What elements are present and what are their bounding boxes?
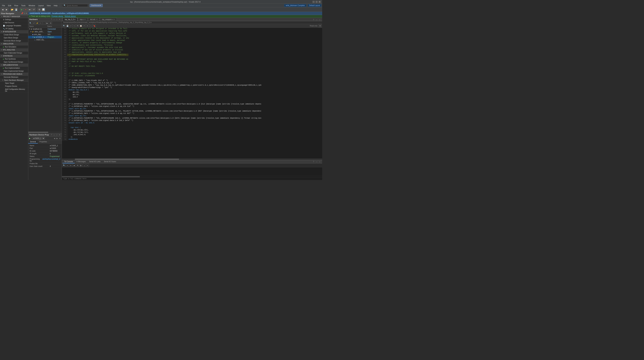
- editor-settings-btn[interactable]: ⚙: [318, 24, 322, 27]
- editor-goto-btn[interactable]: ⤷: [90, 24, 92, 27]
- console-clear-btn[interactable]: 🗑: [79, 164, 82, 167]
- props-close[interactable]: ✕: [58, 134, 61, 136]
- nav-create-block-design[interactable]: Create Block Design: [0, 33, 28, 36]
- toolbar-reports[interactable]: 📊: [42, 8, 45, 12]
- props-minimize[interactable]: —: [53, 134, 55, 136]
- nav-ip-catalog[interactable]: 🔧 IP Catalog: [0, 27, 28, 30]
- tab-general[interactable]: General: [28, 140, 38, 144]
- hw-toolbar-search[interactable]: 🔍: [29, 22, 32, 25]
- dashboard-button[interactable]: Dashboard▾: [90, 4, 103, 7]
- flow-nav-pin-icon[interactable]: 📌: [21, 12, 23, 15]
- console-stop-btn[interactable]: ■: [73, 164, 76, 167]
- editor-question-btn[interactable]: ?: [312, 19, 315, 21]
- nav-run-synthesis[interactable]: ▶ Run Synthesis: [0, 58, 28, 61]
- section-project-manager[interactable]: ▼ PROJECT MANAGER: [0, 15, 28, 18]
- device-selector[interactable]: xc7z015_1: [32, 137, 45, 140]
- tab-led-xdc[interactable]: led.xdc ✕: [88, 18, 100, 21]
- editor-pin-btn[interactable]: —: [316, 19, 318, 21]
- console-tab-messages[interactable]: ✕ Messages: [75, 160, 88, 163]
- menu-window[interactable]: Window: [27, 4, 36, 7]
- hw-toolbar-refresh[interactable]: ↺: [32, 22, 35, 25]
- props-maximize[interactable]: □: [56, 134, 58, 136]
- flow-nav-question-icon[interactable]: ?: [24, 13, 25, 15]
- menu-flow[interactable]: Flow: [13, 4, 20, 7]
- console-filter-btn[interactable]: ≡: [66, 164, 69, 167]
- section-simulation[interactable]: ▼ SIMULATION: [0, 42, 28, 46]
- console-tab-serial-scans[interactable]: Serial I/O Scans: [102, 160, 118, 163]
- tab-top-top-0-0[interactable]: top_top_0_0.v: [62, 18, 78, 21]
- console-h-scrollbar-thumb[interactable]: [62, 176, 140, 177]
- toolbar-step[interactable]: ⏭: [28, 8, 32, 12]
- section-program-debug[interactable]: ▼ PROGRAM AND DEBUG: [0, 73, 28, 76]
- editor-format-btn[interactable]: ≡: [86, 24, 89, 27]
- hw-panel-maximize[interactable]: □: [56, 18, 58, 21]
- console-search-btn[interactable]: 🔍: [62, 164, 66, 167]
- hw-panel-minimize[interactable]: —: [53, 18, 55, 21]
- editor-paste-btn[interactable]: 📋: [79, 24, 82, 27]
- tab-close-led-xdc[interactable]: ✕: [96, 19, 98, 20]
- console-scroll-btn[interactable]: ⤓: [83, 164, 86, 167]
- nav-open-synthesized-design[interactable]: Open Synthesized Design: [0, 61, 28, 64]
- console-wrap-btn[interactable]: ↵: [86, 164, 89, 167]
- nav-add-sources[interactable]: + Add Sources: [0, 21, 28, 24]
- editor-redo-btn[interactable]: ↪: [73, 24, 76, 27]
- section-implementation[interactable]: ▼ IMPLEMENTATION: [0, 64, 28, 67]
- code-h-scrollbar-thumb[interactable]: [75, 159, 179, 160]
- editor-cut-btn[interactable]: ✂: [83, 24, 86, 27]
- hw-toolbar-settings[interactable]: ⚙: [49, 22, 52, 25]
- toolbar-forward[interactable]: ▶: [5, 8, 8, 12]
- tab-top-wrapper[interactable]: top_wrapper.v ✕: [100, 18, 117, 21]
- tab-top-v[interactable]: top.v ✕: [78, 18, 88, 21]
- menu-help[interactable]: Help: [52, 4, 59, 7]
- editor-undo-btn[interactable]: ↩: [69, 24, 72, 27]
- hw-scrollbar-thumb[interactable]: [28, 132, 48, 133]
- hw-toolbar-connect[interactable]: ⚡: [36, 22, 39, 25]
- menu-layout[interactable]: Layout: [37, 4, 45, 7]
- menu-tools[interactable]: Tools: [20, 4, 27, 7]
- console-tab-tcl[interactable]: Tcl Console: [62, 160, 75, 163]
- nav-generate-bitstream[interactable]: Generate Bitstream: [0, 76, 28, 79]
- section-ip-integrator[interactable]: ▼ IP INTEGRATOR: [0, 30, 28, 33]
- tree-item-xilinx-tcf[interactable]: ▼ ⚡ xilinx_tcf/D... Open: [28, 31, 62, 33]
- toolbar-restart[interactable]: ↺: [32, 8, 36, 12]
- section-rtl-analysis[interactable]: ▼ RTL ANALYSIS: [0, 49, 28, 52]
- toolbar-run[interactable]: ▶: [20, 8, 24, 12]
- nav-open-target[interactable]: Open Target: [0, 82, 28, 85]
- hw-toolbar-add[interactable]: +: [39, 22, 42, 25]
- toolbar-open[interactable]: 📂: [10, 8, 14, 12]
- menu-edit[interactable]: Edit: [7, 4, 12, 7]
- console-pin[interactable]: —: [316, 161, 318, 163]
- refresh-device-link[interactable]: Refresh device: [64, 15, 76, 17]
- tab-close-top-v[interactable]: ✕: [84, 19, 86, 20]
- console-tab-serial-io[interactable]: Serial I/O Links: [88, 160, 102, 163]
- tab-close-top-wrapper[interactable]: ✕: [113, 19, 115, 20]
- nav-open-elaborated-design[interactable]: Open Elaborated Design: [0, 52, 28, 55]
- editor-maximize-btn[interactable]: □: [318, 19, 321, 21]
- nav-open-block-design[interactable]: Open Block Design: [0, 36, 28, 39]
- tree-item-localhost[interactable]: ▼ 🖥 localhost (1) Connected: [28, 28, 62, 31]
- tree-item-arm-dap[interactable]: ◆ arm_dap... N/A: [28, 33, 62, 36]
- maximize-button[interactable]: □: [316, 1, 318, 3]
- toolbar-stop[interactable]: ■: [24, 8, 28, 12]
- props-toolbar-settings[interactable]: ⚙: [59, 137, 61, 140]
- hw-panel-question[interactable]: ?: [50, 18, 53, 21]
- program-device-link[interactable]: Program device: [52, 15, 63, 17]
- hw-horizontal-scrollbar[interactable]: [28, 132, 62, 133]
- code-h-scrollbar[interactable]: [62, 158, 322, 160]
- console-h-scrollbar[interactable]: [62, 176, 322, 177]
- nav-language-templates[interactable]: 📄 Language Templates: [0, 24, 28, 27]
- toolbar-settings[interactable]: ⚙: [38, 8, 41, 12]
- hw-toolbar-program[interactable]: ▶: [46, 22, 49, 25]
- quick-access-input[interactable]: [66, 5, 87, 7]
- hw-toolbar-remove[interactable]: −: [42, 22, 46, 25]
- editor-save-btn[interactable]: 💾: [66, 24, 69, 27]
- console-copy-btn[interactable]: ⧉: [76, 164, 79, 167]
- nav-generate-block-design[interactable]: Generate Block Design: [0, 39, 28, 42]
- tree-item-xadc[interactable]: ◇ XADC (Sy...: [28, 39, 62, 41]
- nav-settings[interactable]: ⚙ Settings: [0, 18, 28, 21]
- hw-panel-close[interactable]: ✕: [58, 18, 61, 21]
- section-synthesis[interactable]: ▼ SYNTHESIS: [0, 55, 28, 58]
- editor-search-btn[interactable]: 🔍: [62, 24, 66, 27]
- toolbar-back[interactable]: ◀: [1, 8, 4, 12]
- tree-item-xc7z015[interactable]: ▼ ◆ xc7z015_1 ... Program...: [28, 36, 62, 39]
